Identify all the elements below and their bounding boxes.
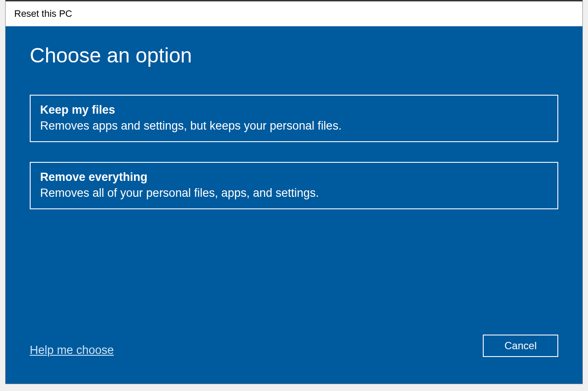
help-me-choose-link[interactable]: Help me choose (30, 344, 114, 357)
option-remove-everything[interactable]: Remove everything Removes all of your pe… (30, 162, 558, 209)
reset-pc-dialog: Reset this PC Choose an option Keep my f… (5, 0, 583, 384)
titlebar: Reset this PC (6, 0, 582, 26)
option-keep-my-files[interactable]: Keep my files Removes apps and settings,… (30, 95, 558, 142)
option-title: Keep my files (40, 103, 548, 117)
option-description: Removes all of your personal files, apps… (40, 186, 548, 200)
option-description: Removes apps and settings, but keeps you… (40, 119, 548, 133)
dialog-content: Choose an option Keep my files Removes a… (6, 26, 582, 384)
dialog-footer: Help me choose Cancel (30, 335, 558, 371)
window-title: Reset this PC (14, 8, 72, 19)
page-heading: Choose an option (30, 43, 558, 67)
cancel-button[interactable]: Cancel (483, 335, 558, 357)
option-title: Remove everything (40, 171, 548, 184)
